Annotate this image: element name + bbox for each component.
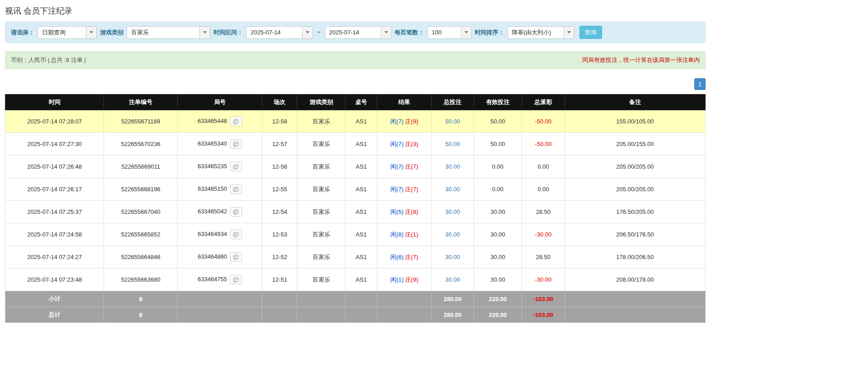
cell-payout: 28.50 — [522, 246, 564, 269]
total-bet-link[interactable]: 30.00 — [445, 254, 460, 260]
cell-bet-id: 522655670236 — [104, 133, 178, 156]
cell-result: 闲(5) 庄(8) — [377, 201, 432, 223]
subtotal-label: 小计 — [5, 291, 104, 307]
caret-down-icon — [203, 31, 207, 33]
table-row: 2025-07-14 07:24:27 522655664846 6334648… — [5, 246, 706, 269]
cell-table-no: AS1 — [346, 133, 377, 156]
cell-round-id: 633465340 — [177, 133, 262, 156]
cell-round-id: 633465150 — [177, 178, 262, 201]
round-id-value: 633464755 — [198, 276, 227, 283]
table-row: 2025-07-14 07:27:30 522655670236 6334653… — [5, 133, 706, 156]
total-valid-bet: 220.00 — [474, 307, 522, 323]
total-bet-link[interactable]: 30.00 — [445, 231, 460, 238]
caret-down-icon — [384, 31, 388, 33]
page-size-caret-button[interactable] — [461, 27, 471, 38]
round-id-value: 633465235 — [198, 163, 227, 170]
round-detail-button[interactable] — [230, 162, 242, 171]
total-label: 总计 — [5, 307, 104, 323]
total-bet-link[interactable]: 50.00 — [445, 118, 460, 125]
caret-down-icon — [90, 31, 93, 33]
cell-time: 2025-07-14 07:28:07 — [5, 110, 104, 133]
query-type-value[interactable]: 日期查询 — [38, 27, 86, 38]
game-type-value[interactable]: 百家乐 — [127, 27, 199, 38]
date-to-value[interactable]: 2025-07-14 — [325, 27, 381, 38]
cell-note: 178.00/206.50 — [564, 246, 705, 269]
page-1-button[interactable]: 1 — [694, 78, 706, 90]
cell-session: 12-58 — [262, 110, 297, 133]
cell-game-type: 百家乐 — [297, 133, 346, 156]
total-bet-link[interactable]: 50.00 — [445, 141, 460, 147]
cell-total-bet: 30.00 — [432, 223, 474, 246]
search-button[interactable]: 查询 — [579, 26, 602, 39]
cell-payout: -30.00 — [522, 223, 564, 246]
table-row: 2025-07-14 07:23:48 522655663680 6334647… — [5, 269, 706, 291]
result-player: 闲(7) — [390, 141, 403, 147]
cell-result: 闲(7) 庄(7) — [377, 156, 432, 178]
date-to-caret-button[interactable] — [381, 27, 391, 38]
cell-note: 206.50/176.50 — [564, 223, 705, 246]
date-range-separator: ~ — [316, 29, 322, 36]
round-id-value: 633464934 — [198, 231, 227, 237]
total-bet-link[interactable]: 30.00 — [445, 208, 460, 215]
subtotal-valid-bet: 220.00 — [474, 291, 522, 307]
caret-down-icon — [465, 31, 468, 33]
subtotal-row: 小计 8 280.00 220.00 -103.00 — [5, 291, 706, 307]
cell-table-no: AS1 — [346, 246, 377, 269]
page-title: 视讯 会员下注纪录 — [5, 5, 706, 16]
time-sort-dropdown[interactable]: 降幂(由大到小) — [508, 26, 574, 39]
page-size-dropdown[interactable]: 100 — [427, 26, 472, 39]
page-size-value[interactable]: 100 — [428, 27, 461, 38]
result-banker: 庄(3) — [405, 141, 418, 147]
round-detail-button[interactable] — [230, 139, 242, 149]
cell-bet-id: 522655668196 — [104, 178, 178, 201]
time-sort-caret-button[interactable] — [564, 27, 574, 38]
cell-valid-bet: 50.00 — [474, 110, 522, 133]
total-payout: -103.00 — [522, 307, 564, 323]
round-detail-button[interactable] — [230, 184, 242, 194]
total-bet-link[interactable]: 30.00 — [445, 276, 460, 283]
cell-result: 闲(1) 庄(9) — [377, 269, 432, 291]
cell-total-bet: 30.00 — [432, 269, 474, 291]
cell-table-no: AS1 — [346, 223, 377, 246]
result-banker: 庄(1) — [405, 231, 418, 238]
cell-total-bet: 30.00 — [432, 178, 474, 201]
cell-total-bet: 30.00 — [432, 201, 474, 223]
summary-bar: 币别：人民币 | 总共 :8 注单 | 同局有效投注，统一计算在该局第一张注单内 — [5, 51, 706, 69]
round-detail-button[interactable] — [230, 275, 242, 284]
cell-payout: -50.00 — [522, 133, 564, 156]
result-banker: 庄(7) — [405, 163, 418, 170]
filter-bar: 请选择： 日期查询 游戏类别 百家乐 时间区间： 2025-07-14 ~ 20… — [5, 22, 706, 43]
round-detail-button[interactable] — [230, 207, 242, 217]
result-player: 闲(1) — [390, 276, 403, 283]
result-banker: 庄(7) — [405, 254, 418, 260]
cell-time: 2025-07-14 07:26:17 — [5, 178, 104, 201]
date-from-picker[interactable]: 2025-07-14 — [246, 26, 313, 39]
cell-payout: 28.50 — [522, 201, 564, 223]
cell-payout: -30.00 — [522, 269, 564, 291]
cell-result: 闲(8) 庄(1) — [377, 223, 432, 246]
total-bet-link[interactable]: 30.00 — [445, 186, 460, 193]
cell-result: 闲(7) 庄(3) — [377, 133, 432, 156]
cell-valid-bet: 0.00 — [474, 156, 522, 178]
total-bet-link[interactable]: 30.00 — [445, 163, 460, 170]
pagination-top: 1 — [5, 78, 706, 90]
table-row: 2025-07-14 07:25:37 522655667040 6334650… — [5, 201, 706, 223]
cell-time: 2025-07-14 07:23:48 — [5, 269, 104, 291]
header-session: 场次 — [262, 94, 297, 110]
cell-session: 12-52 — [262, 246, 297, 269]
date-from-value[interactable]: 2025-07-14 — [247, 27, 302, 38]
cell-bet-id: 522655667040 — [104, 201, 178, 223]
date-from-caret-button[interactable] — [302, 27, 313, 38]
round-detail-button[interactable] — [230, 117, 242, 126]
date-to-picker[interactable]: 2025-07-14 — [325, 26, 392, 39]
result-cards-icon — [233, 209, 239, 215]
round-detail-button[interactable] — [230, 252, 242, 262]
table-row: 2025-07-14 07:24:58 522655665852 6334649… — [5, 223, 706, 246]
query-type-caret-button[interactable] — [86, 27, 96, 38]
query-type-dropdown[interactable]: 日期查询 — [38, 26, 97, 39]
cell-bet-id: 522655664846 — [104, 246, 178, 269]
game-type-caret-button[interactable] — [199, 27, 210, 38]
time-sort-value[interactable]: 降幂(由大到小) — [508, 27, 564, 38]
round-detail-button[interactable] — [230, 230, 242, 239]
game-type-dropdown[interactable]: 百家乐 — [127, 26, 210, 39]
